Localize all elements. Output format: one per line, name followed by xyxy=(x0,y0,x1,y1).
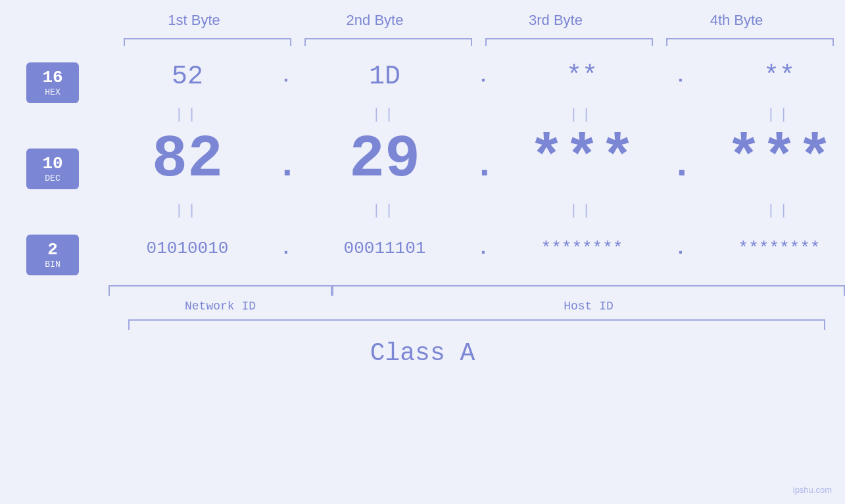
sep1-b4: || xyxy=(690,106,845,123)
hex-dot3: . xyxy=(671,66,690,87)
dec-dot2: . xyxy=(473,145,493,193)
grid-area: 16 HEX 10 DEC 2 BIN xyxy=(0,50,845,281)
sep1-b3: || xyxy=(493,106,671,123)
hex-badge-wrapper: 16 HEX xyxy=(26,57,99,109)
bracket-byte3 xyxy=(479,38,660,50)
sep2-b4: || xyxy=(690,202,845,219)
separator-2: || || || || xyxy=(99,198,845,222)
dec-b1-value: 82 xyxy=(152,126,223,193)
bin-b3-cell: ******** xyxy=(493,239,671,258)
dec-badge: 10 DEC xyxy=(26,149,79,189)
sep2-b2: || xyxy=(296,202,473,219)
dec-b2-cell: 29 xyxy=(296,126,473,193)
host-id-label: Host ID xyxy=(332,300,845,313)
hex-b2-value: 1D xyxy=(369,62,400,91)
hex-b2-cell: 1D xyxy=(296,62,473,91)
dec-b4-value: *** xyxy=(726,126,833,193)
bin-badge: 2 BIN xyxy=(26,235,79,275)
bin-b1-cell: 01010010 xyxy=(99,239,276,258)
sep2-spacer xyxy=(26,205,99,229)
byte4-header: 4th Byte xyxy=(646,12,827,29)
hex-b3-value: ** xyxy=(566,62,598,91)
sep2-b1: || xyxy=(99,202,276,219)
byte-headers: 1st Byte 2nd Byte 3rd Byte 4th Byte xyxy=(0,12,845,29)
hex-dot2: . xyxy=(473,66,493,87)
dec-dot3: . xyxy=(671,145,690,193)
dec-number: 10 xyxy=(42,154,62,173)
bracket-byte4 xyxy=(660,38,840,50)
dec-b4-cell: *** xyxy=(690,126,845,193)
bin-row: 01010010 . 00011101 . ******** . *******… xyxy=(99,222,845,275)
bin-b2-value: 00011101 xyxy=(344,239,426,258)
sep2-b3: || xyxy=(493,202,671,219)
bin-b1-value: 01010010 xyxy=(147,239,229,258)
byte1-header: 1st Byte xyxy=(104,12,285,29)
hex-row: 52 . 1D . ** . ** xyxy=(99,50,845,103)
bin-dot2: . xyxy=(473,239,493,259)
bin-b4-value: ******** xyxy=(738,239,821,258)
bin-dot1: . xyxy=(276,239,296,259)
bracket-byte2 xyxy=(298,38,479,50)
separator-1: || || || || xyxy=(99,103,845,126)
network-id-label: Network ID xyxy=(109,300,332,313)
hex-dot1: . xyxy=(276,66,296,87)
dec-badge-wrapper: 10 DEC xyxy=(26,133,99,205)
byte2-header: 2nd Byte xyxy=(285,12,466,29)
watermark: ipshu.com xyxy=(793,485,832,495)
sep1-spacer xyxy=(26,109,99,133)
bin-b2-cell: 00011101 xyxy=(296,239,473,258)
host-id-bracket: Host ID xyxy=(332,285,845,313)
bin-dot3: . xyxy=(671,239,690,259)
hex-b4-cell: ** xyxy=(690,62,845,91)
network-id-bracket: Network ID xyxy=(109,285,332,313)
dec-b2-value: 29 xyxy=(349,126,420,193)
bin-badge-wrapper: 2 BIN xyxy=(26,229,99,281)
bin-b3-value: ******** xyxy=(541,239,623,258)
bracket-byte1 xyxy=(117,38,298,50)
bottom-brackets-area: Network ID Host ID xyxy=(0,285,845,313)
sep1-b2: || xyxy=(296,106,473,123)
dec-dot1: . xyxy=(276,145,296,193)
hex-b3-cell: ** xyxy=(493,62,671,91)
hex-badge: 16 HEX xyxy=(26,62,79,103)
dec-label: DEC xyxy=(45,173,60,183)
hex-number: 16 xyxy=(42,68,62,87)
main-container: 1st Byte 2nd Byte 3rd Byte 4th Byte xyxy=(0,0,845,504)
sep1-b1: || xyxy=(99,106,276,123)
labels-col: 16 HEX 10 DEC 2 BIN xyxy=(26,50,99,281)
hex-b1-cell: 52 xyxy=(99,62,276,91)
dec-b3-cell: *** xyxy=(493,126,671,193)
data-col: 52 . 1D . ** . ** || || xyxy=(99,50,845,281)
class-label: Class A xyxy=(370,339,475,367)
top-brackets xyxy=(117,38,840,50)
dec-b3-value: *** xyxy=(529,126,635,193)
hex-b4-value: ** xyxy=(763,62,795,91)
dec-row: 82 . 29 . *** . *** xyxy=(99,126,845,198)
full-bottom-bracket xyxy=(128,319,825,330)
hex-b1-value: 52 xyxy=(172,62,203,91)
bin-b4-cell: ******** xyxy=(690,239,845,258)
hex-label: HEX xyxy=(45,87,60,97)
class-row: Class A xyxy=(0,339,845,367)
dec-b1-cell: 82 xyxy=(99,126,276,193)
bin-number: 2 xyxy=(47,241,58,260)
bin-label: BIN xyxy=(45,260,60,269)
byte3-header: 3rd Byte xyxy=(466,12,646,29)
